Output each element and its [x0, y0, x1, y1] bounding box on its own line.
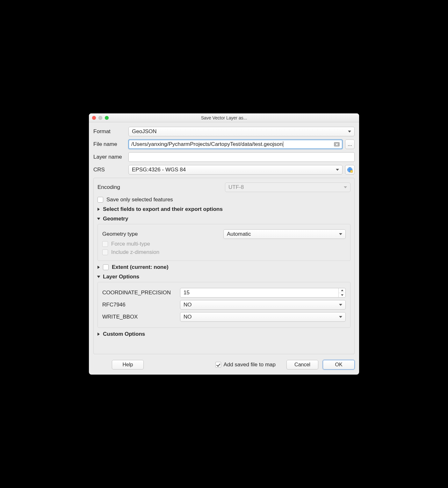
add-saved-label: Add saved file to map — [224, 362, 276, 368]
triangle-down-icon — [97, 276, 100, 278]
select-fields-label: Select fields to export and their export… — [103, 206, 223, 212]
format-dropdown[interactable]: GeoJSON — [128, 127, 355, 136]
titlebar: Save Vector Layer as... — [89, 113, 359, 122]
force-multitype-checkbox — [102, 241, 108, 247]
cancel-button[interactable]: Cancel — [286, 360, 318, 370]
force-multitype-label: Force multi-type — [111, 241, 150, 247]
custom-options-disclosure[interactable]: Custom Options — [98, 331, 350, 337]
save-only-selected-label: Save only selected features — [106, 197, 173, 203]
svg-rect-1 — [350, 170, 353, 173]
chevron-down-icon — [339, 316, 342, 318]
window-title: Save Vector Layer as... — [89, 115, 359, 120]
write-bbox-value: NO — [184, 314, 192, 320]
help-button[interactable]: Help — [112, 360, 144, 370]
layername-input[interactable] — [128, 152, 355, 162]
arrow-down-icon — [341, 294, 343, 296]
chevron-down-icon — [348, 131, 351, 133]
chevron-down-icon — [339, 304, 342, 306]
filename-label: File name — [93, 141, 128, 147]
browse-button[interactable]: ... — [345, 140, 355, 149]
extent-disclosure[interactable]: Extent (current: none) — [98, 264, 350, 270]
add-saved-checkbox[interactable] — [215, 362, 221, 368]
layername-label: Layer name — [93, 154, 128, 160]
coord-precision-label: COORDINATE_PRECISION — [102, 290, 180, 296]
encoding-label: Encoding — [98, 184, 225, 190]
layer-options-box: COORDINATE_PRECISION 15 RFC7946 NO — [98, 282, 350, 328]
stepper-arrows[interactable] — [338, 288, 345, 297]
rfc7946-value: NO — [184, 302, 192, 308]
chevron-down-icon — [336, 169, 339, 171]
crs-picker-button[interactable] — [345, 165, 355, 175]
crs-dropdown[interactable]: EPSG:4326 - WGS 84 — [128, 165, 343, 175]
layer-options-disclosure[interactable]: Layer Options — [98, 274, 350, 280]
coord-precision-value: 15 — [180, 288, 338, 297]
include-z-label: Include z-dimension — [111, 249, 159, 255]
select-fields-disclosure[interactable]: Select fields to export and their export… — [98, 206, 350, 212]
format-label: Format — [93, 128, 128, 135]
triangle-right-icon — [98, 208, 100, 211]
ok-button[interactable]: OK — [323, 360, 355, 370]
write-bbox-label: WRITE_BBOX — [102, 314, 180, 320]
include-z-checkbox — [102, 249, 108, 255]
dialog-window: Save Vector Layer as... Format GeoJSON F… — [89, 113, 359, 375]
geometry-type-label: Geometry type — [102, 231, 223, 237]
rfc7946-label: RFC7946 — [102, 302, 180, 308]
options-group: Encoding UTF-8 Save only selected featur… — [93, 178, 355, 354]
rfc7946-dropdown[interactable]: NO — [180, 300, 346, 310]
text-cursor — [283, 141, 283, 147]
browse-label: ... — [348, 141, 352, 147]
clear-icon[interactable] — [334, 142, 340, 147]
geometry-type-value: Automatic — [227, 231, 251, 237]
save-only-selected-checkbox[interactable] — [98, 197, 103, 203]
extent-checkbox[interactable] — [103, 264, 109, 270]
help-label: Help — [123, 362, 133, 368]
dialog-footer: Help Add saved file to map Cancel OK — [89, 357, 359, 375]
filename-value: /Users/yanxing/PycharmProjects/CartopyTe… — [131, 141, 283, 147]
write-bbox-dropdown[interactable]: NO — [180, 312, 346, 322]
chevron-down-icon — [339, 233, 342, 235]
filename-input[interactable]: /Users/yanxing/PycharmProjects/CartopyTe… — [128, 140, 343, 149]
geometry-box: Geometry type Automatic Force multi-type… — [98, 224, 350, 261]
encoding-value: UTF-8 — [228, 184, 244, 190]
coord-precision-spinbox[interactable]: 15 — [180, 288, 346, 298]
geometry-type-dropdown[interactable]: Automatic — [223, 229, 346, 239]
arrow-up-icon — [341, 290, 343, 291]
triangle-right-icon — [98, 266, 100, 269]
content-area: Format GeoJSON File name /Users/yanxing/… — [89, 122, 359, 357]
geometry-disclosure[interactable]: Geometry — [98, 216, 350, 222]
format-value: GeoJSON — [132, 128, 156, 135]
crs-value: EPSG:4326 - WGS 84 — [132, 167, 186, 173]
globe-icon — [347, 167, 353, 173]
layer-options-label: Layer Options — [103, 274, 139, 280]
cancel-label: Cancel — [294, 362, 310, 368]
chevron-down-icon — [344, 186, 347, 188]
encoding-dropdown: UTF-8 — [225, 183, 350, 192]
triangle-right-icon — [98, 333, 100, 336]
extent-label: Extent (current: none) — [112, 264, 169, 270]
custom-options-label: Custom Options — [103, 331, 145, 337]
ok-label: OK — [335, 362, 342, 368]
triangle-down-icon — [97, 218, 100, 220]
crs-label: CRS — [93, 167, 128, 173]
geometry-label: Geometry — [103, 216, 128, 222]
